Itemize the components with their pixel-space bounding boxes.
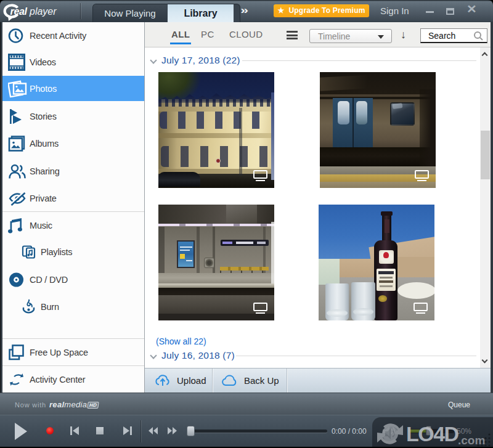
svg-text:real: real	[10, 6, 28, 17]
svg-text:player: player	[29, 6, 57, 17]
